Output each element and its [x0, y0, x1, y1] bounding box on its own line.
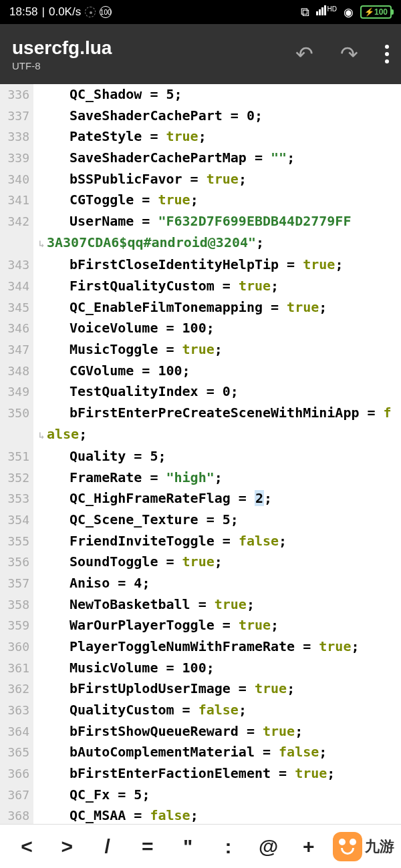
code-line[interactable]: 348CGVolume = 100; — [0, 361, 401, 382]
code-line[interactable]: 354QC_Scene_Texture = 5; — [0, 509, 401, 531]
symbol-key[interactable]: : — [208, 835, 248, 858]
code-line[interactable]: 337SaveShaderCachePart = 0; — [0, 105, 401, 127]
symbol-key[interactable]: > — [47, 835, 87, 858]
code-content[interactable]: bFirstShowQueueReward = true; — [33, 721, 303, 742]
line-number: 354 — [0, 509, 33, 531]
symbol-key[interactable]: < — [7, 835, 47, 858]
symbol-key[interactable]: @ — [249, 835, 289, 858]
code-content[interactable]: QC_Shadow = 5; — [33, 84, 182, 105]
code-line[interactable]: 339SaveShaderCachePartMap = ""; — [0, 148, 401, 169]
code-line[interactable]: 346VoiceVolume = 100; — [0, 318, 401, 339]
code-content[interactable]: QC_Fx = 5; — [33, 785, 150, 806]
code-line[interactable]: 342UserName = "F632D7F699EBDB44D2779FF — [0, 211, 401, 232]
code-line[interactable]: 362bFirstUplodUserImage = true; — [0, 678, 401, 700]
code-content[interactable]: PlayerToggleNumWithFrameRate = true; — [33, 636, 360, 658]
code-line[interactable]: 349TestQualityIndex = 0; — [0, 381, 401, 403]
code-content[interactable]: FriendInviteToggle = false; — [33, 531, 287, 552]
code-line[interactable]: 347MusicToggle = true; — [0, 339, 401, 361]
line-number: 351 — [0, 446, 33, 467]
line-number — [0, 424, 33, 447]
code-content[interactable]: Quality = 5; — [33, 446, 166, 467]
status-netspeed: 0.0K/s — [49, 5, 81, 19]
code-content[interactable]: QC_HighFrameRateFlag = 2; — [33, 488, 272, 509]
symbol-key[interactable]: = — [128, 835, 168, 858]
code-line[interactable]: 351Quality = 5; — [0, 446, 401, 467]
code-line[interactable]: 366bFirstEnterFactionElement = true; — [0, 763, 401, 785]
code-content[interactable]: FirstQualityCustom = true; — [33, 276, 279, 297]
code-content[interactable]: bFirstEnterPreCreateSceneWithMiniApp = f — [33, 403, 392, 424]
code-content[interactable]: SaveShaderCachePartMap = ""; — [33, 148, 295, 169]
line-number — [0, 232, 33, 255]
code-content[interactable]: MusicVolume = 100; — [33, 658, 215, 679]
file-encoding: UTF-8 — [12, 60, 112, 71]
line-number: 340 — [0, 169, 33, 190]
code-content[interactable]: CGToggle = true; — [33, 190, 198, 211]
code-content[interactable]: TestQualityIndex = 0; — [33, 381, 239, 403]
code-content[interactable]: NewToBasketball = true; — [33, 594, 255, 616]
code-content[interactable]: UserName = "F632D7F699EBDB44D2779FF — [33, 211, 351, 232]
code-content[interactable]: CGVolume = 100; — [33, 361, 190, 382]
symbol-key[interactable]: " — [168, 835, 208, 858]
code-content[interactable]: FrameRate = "high"; — [33, 467, 223, 489]
symbol-key[interactable]: / — [88, 835, 128, 858]
code-content[interactable]: SoundToggle = true; — [33, 552, 223, 573]
code-content[interactable]: bFirstUplodUserImage = true; — [33, 678, 295, 700]
code-content[interactable]: MusicToggle = true; — [33, 339, 223, 361]
code-line[interactable]: 364bFirstShowQueueReward = true; — [0, 721, 401, 742]
code-line[interactable]: 338PateStyle = true; — [0, 126, 401, 148]
code-editor[interactable]: 336QC_Shadow = 5;337SaveShaderCachePart … — [0, 84, 401, 824]
status-right: ⧉ HD ◉ ⚡100 — [301, 5, 392, 19]
code-line[interactable]: 352FrameRate = "high"; — [0, 467, 401, 489]
line-number: 338 — [0, 126, 33, 148]
code-line[interactable]: 367QC_Fx = 5; — [0, 785, 401, 806]
code-content[interactable]: bFirstEnterFactionElement = true; — [33, 763, 335, 785]
code-line[interactable]: 350bFirstEnterPreCreateSceneWithMiniApp … — [0, 403, 401, 424]
line-number: 357 — [0, 573, 33, 594]
code-content[interactable]: QualityCustom = false; — [33, 700, 247, 721]
code-content[interactable]: SaveShaderCachePart = 0; — [33, 105, 263, 127]
code-line[interactable]: 355FriendInviteToggle = false; — [0, 531, 401, 552]
line-number: 359 — [0, 615, 33, 636]
line-number: 365 — [0, 742, 33, 763]
code-line[interactable]: 359WarOurPlayerToggle = true; — [0, 615, 401, 636]
code-line[interactable]: 363QualityCustom = false; — [0, 700, 401, 721]
logo-icon — [333, 832, 362, 861]
code-content[interactable]: bFirstCloseIdentityHelpTip = true; — [33, 254, 343, 276]
code-line[interactable]: ↳3A307CDA6$qq#android@3204"; — [0, 232, 401, 255]
line-number: 346 — [0, 318, 33, 339]
code-content[interactable]: QC_EnableFilmTonemapping = true; — [33, 297, 327, 318]
code-line[interactable]: 357Aniso = 4; — [0, 573, 401, 594]
code-content[interactable]: PateStyle = true; — [33, 126, 207, 148]
code-line[interactable]: 365bAutoComplementMaterial = false; — [0, 742, 401, 763]
line-number: 352 — [0, 467, 33, 489]
symbol-key[interactable]: + — [289, 835, 329, 858]
symbol-bar: <>/=":@+ 九游 — [0, 824, 401, 868]
redo-button[interactable]: ↷ — [340, 41, 358, 67]
code-line[interactable]: 356SoundToggle = true; — [0, 552, 401, 573]
code-content[interactable]: bSSPublicFavor = true; — [33, 169, 247, 190]
code-line[interactable]: 344FirstQualityCustom = true; — [0, 276, 401, 297]
code-line[interactable]: 343bFirstCloseIdentityHelpTip = true; — [0, 254, 401, 276]
code-content[interactable]: VoiceVolume = 100; — [33, 318, 215, 339]
code-content[interactable]: Aniso = 4; — [33, 573, 150, 594]
code-line[interactable]: 345QC_EnableFilmTonemapping = true; — [0, 297, 401, 318]
more-menu-button[interactable] — [385, 45, 389, 63]
code-line[interactable]: ↳alse; — [0, 424, 401, 447]
code-content[interactable]: ↳3A307CDA6$qq#android@3204"; — [33, 232, 264, 255]
code-content[interactable]: bAutoComplementMaterial = false; — [33, 742, 327, 763]
code-line[interactable]: 341CGToggle = true; — [0, 190, 401, 211]
code-line[interactable]: 353QC_HighFrameRateFlag = 2; — [0, 488, 401, 509]
code-line[interactable]: 361MusicVolume = 100; — [0, 658, 401, 679]
code-line[interactable]: 358NewToBasketball = true; — [0, 594, 401, 616]
code-content[interactable]: QC_MSAA = false; — [33, 805, 198, 824]
code-line[interactable]: 368QC_MSAA = false; — [0, 805, 401, 824]
code-content[interactable]: ↳alse; — [33, 424, 87, 447]
code-content[interactable]: WarOurPlayerToggle = true; — [33, 615, 279, 636]
code-line[interactable]: 360PlayerToggleNumWithFrameRate = true; — [0, 636, 401, 658]
battery-pct-icon: 100 — [100, 6, 112, 18]
code-line[interactable]: 340bSSPublicFavor = true; — [0, 169, 401, 190]
status-left: 18:58 | 0.0K/s 100 — [9, 5, 112, 19]
code-line[interactable]: 336QC_Shadow = 5; — [0, 84, 401, 105]
code-content[interactable]: QC_Scene_Texture = 5; — [33, 509, 239, 531]
undo-button[interactable]: ↶ — [295, 41, 313, 67]
